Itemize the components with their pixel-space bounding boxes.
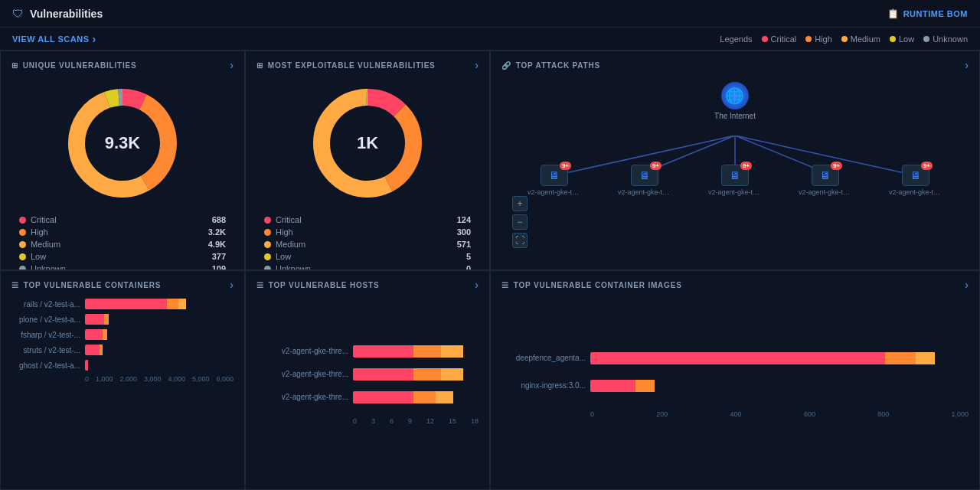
hosts-header: ☰ TOP VULNERABLE HOSTS › <box>256 279 479 291</box>
attack-paths-header: 🔗 TOP ATTACK PATHS › <box>501 59 969 71</box>
bar-critical <box>590 380 635 392</box>
bar-critical <box>85 314 104 325</box>
bar-critical <box>353 368 413 381</box>
unique-vuln-title: ⊞ UNIQUE VULNERABILITIES <box>11 61 137 70</box>
exploitable-vulnerabilities-card: ⊞ MOST EXPLOITABLE VULNERABILITIES › <box>245 51 490 270</box>
bar-row: fsharp / v2-test-... <box>11 329 234 340</box>
bar-track <box>85 314 234 325</box>
legend-row: Medium 4.9K <box>19 238 226 250</box>
bar-track <box>85 329 234 340</box>
bar-medium <box>441 345 464 358</box>
bar-track <box>353 368 479 381</box>
legend-row: Medium 571 <box>264 238 471 250</box>
attack-paths-title: 🔗 TOP ATTACK PATHS <box>501 61 600 70</box>
chevron-right-icon: › <box>93 33 96 45</box>
legend-row: Critical 124 <box>264 214 471 226</box>
legend-row: High 300 <box>264 226 471 238</box>
shield-icon: 🛡 <box>12 7 24 20</box>
exploit-vuln-icon: ⊞ <box>256 61 263 70</box>
top-containers-card: ☰ TOP VULNERABLE CONTAINERS › rails / v2… <box>0 270 245 490</box>
images-bar-chart: deepfence_agenta... nginx-ingress:3.0...… <box>501 299 969 471</box>
legend-row: Low 377 <box>19 250 226 263</box>
server-icon: 🖥 9+ <box>812 165 839 186</box>
bar-row: v2-agent-gke-thre... <box>256 345 479 358</box>
server-badge: 9+ <box>650 162 662 170</box>
unique-vuln-icon: ⊞ <box>11 61 18 70</box>
legend-medium-label: Medium <box>851 34 880 44</box>
exploit-vuln-donut-area: 1K Critical 124 High 300 Medium 571 Low … <box>256 74 479 270</box>
runtime-bom-button[interactable]: 📋 RUNTIME BOM <box>887 8 968 19</box>
bar-critical <box>590 352 885 364</box>
bar-track <box>353 391 479 403</box>
bar-track <box>85 360 234 371</box>
legend-row: Low 5 <box>264 250 471 263</box>
hosts-bar-chart: v2-agent-gke-thre... v2-agent-gke-thre..… <box>256 299 479 471</box>
legend-critical-dot <box>762 36 768 42</box>
bar-high <box>413 345 441 358</box>
server-label: v2-agent-gke-thre... <box>618 188 671 196</box>
hosts-icon: ☰ <box>256 281 264 289</box>
images-title: ☰ TOP VULNERABLE CONTAINER IMAGES <box>501 281 682 289</box>
x-axis: 01,0002,0003,0004,0005,0006,000 <box>11 375 234 383</box>
server-badge: 9+ <box>831 162 842 170</box>
bar-high <box>167 299 179 309</box>
unique-vuln-donut-wrapper: 9.3K <box>61 82 184 204</box>
bar-label: v2-agent-gke-thre... <box>256 393 348 401</box>
bar-label: v2-agent-gke-thre... <box>256 370 348 378</box>
runtime-bom-icon: 📋 <box>887 8 900 19</box>
bar-row: struts / v2-test-... <box>11 345 234 355</box>
unique-vuln-donut-area: 9.3K Critical 688 High 3.2K Medium 4.9K … <box>11 74 234 270</box>
zoom-in-button[interactable]: + <box>512 196 528 211</box>
bar-critical <box>353 391 413 403</box>
view-all-scans-link[interactable]: VIEW ALL SCANS › <box>12 33 96 45</box>
legend-row: Unknown 109 <box>19 263 226 270</box>
unique-vuln-nav[interactable]: › <box>230 59 234 71</box>
attack-paths-card: 🔗 TOP ATTACK PATHS › 🌐 The Internet <box>490 51 980 270</box>
app-title: Vulnerabilities <box>30 8 103 20</box>
bar-high <box>103 329 107 340</box>
images-nav[interactable]: › <box>965 279 969 291</box>
bar-track <box>590 352 969 364</box>
unique-vulnerabilities-card: ⊞ UNIQUE VULNERABILITIES › <box>0 51 245 270</box>
server-icon: 🖥 9+ <box>721 165 749 186</box>
legend-high-label: High <box>815 34 832 44</box>
bar-track <box>85 345 234 355</box>
server-badge: 9+ <box>560 162 571 170</box>
legend-low: Low <box>890 34 914 44</box>
legend-low-label: Low <box>899 34 914 44</box>
bar-row: v2-agent-gke-thre... <box>256 391 479 403</box>
bar-row: plone / v2-test-a... <box>11 314 234 325</box>
exploit-vuln-nav[interactable]: › <box>475 59 479 71</box>
legend-low-dot <box>890 36 896 42</box>
server-label: v2-agent-gke-thre... <box>799 188 852 196</box>
legend-medium: Medium <box>841 34 880 44</box>
bar-label: struts / v2-test-... <box>11 346 80 354</box>
zoom-controls: + − ⛶ <box>512 196 528 248</box>
containers-nav[interactable]: › <box>230 279 234 291</box>
bar-label: plone / v2-test-a... <box>11 315 80 324</box>
hosts-nav[interactable]: › <box>475 279 479 291</box>
zoom-out-button[interactable]: − <box>512 214 528 230</box>
bar-high <box>885 352 916 364</box>
fit-screen-button[interactable]: ⛶ <box>512 233 528 248</box>
bar-track <box>590 380 969 392</box>
containers-icon: ☰ <box>11 281 19 289</box>
server-label: v2-agent-gke-thre... <box>528 188 581 196</box>
legend-unknown-label: Unknown <box>933 34 968 44</box>
exploit-vuln-legend: Critical 124 High 300 Medium 571 Low 5 U… <box>256 214 479 270</box>
bar-high <box>104 314 109 325</box>
legend-unknown: Unknown <box>923 34 968 44</box>
top-hosts-card: ☰ TOP VULNERABLE HOSTS › v2-agent-gke-th… <box>245 270 490 490</box>
server-icon: 🖥 9+ <box>902 165 929 186</box>
header-left: 🛡 Vulnerabilities <box>12 7 103 20</box>
bar-row: rails / v2-test-a... <box>11 299 234 309</box>
attack-paths-nav[interactable]: › <box>965 59 969 71</box>
legend-unknown-dot <box>923 36 929 42</box>
hosts-title: ☰ TOP VULNERABLE HOSTS <box>256 281 379 289</box>
exploit-vuln-total: 1K <box>357 133 378 153</box>
runtime-bom-label: RUNTIME BOM <box>903 9 968 18</box>
bar-label: fsharp / v2-test-... <box>11 331 80 339</box>
main-grid: ⊞ UNIQUE VULNERABILITIES › <box>0 51 980 490</box>
legend-high-dot <box>805 36 812 42</box>
legend-critical: Critical <box>762 34 797 44</box>
